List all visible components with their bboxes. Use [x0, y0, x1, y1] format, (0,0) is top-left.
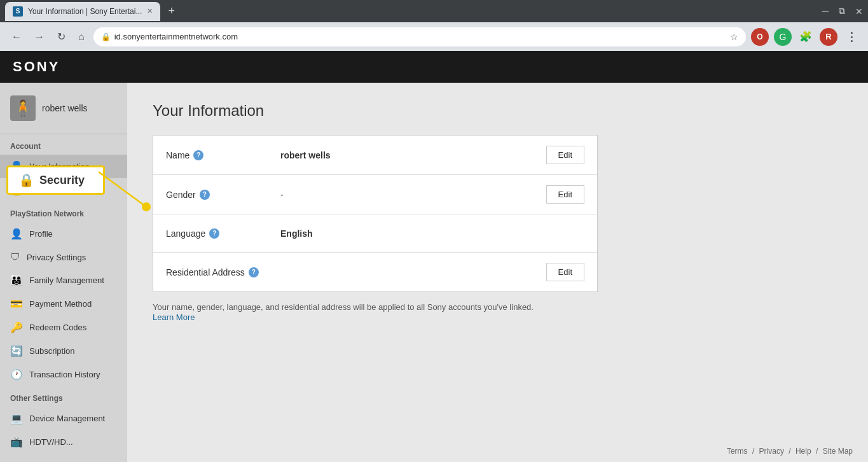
- profile-icon: 👤: [10, 228, 23, 240]
- transaction-label: Transaction History: [29, 370, 100, 379]
- user-section: 🧍 robert wells: [0, 83, 127, 134]
- info-table: Name ? robert wells Edit Gender ? - Edit: [153, 135, 598, 292]
- sidebar-item-hdtv[interactable]: 📺 HDTV/HD...: [0, 430, 127, 454]
- app-layout: 🔒 Security 🧍 robert wells Account 👤: [0, 83, 868, 462]
- window-controls: ─ ⧉ ✕: [822, 6, 863, 17]
- name-value: robert wells: [280, 150, 546, 160]
- main-content: Your Information Name ? robert wells Edi…: [127, 83, 868, 462]
- browser-tab[interactable]: S Your Information | Sony Entertai... ✕: [5, 2, 160, 21]
- gender-value: -: [280, 190, 546, 200]
- footer-sitemap[interactable]: Site Map: [823, 447, 853, 456]
- footer-links: Terms / Privacy / Help / Site Map: [724, 447, 855, 456]
- address-label: Residential Address ?: [166, 267, 280, 277]
- browser-chrome: S Your Information | Sony Entertai... ✕ …: [0, 0, 868, 51]
- name-label: Name ?: [166, 150, 280, 160]
- user-avatar-sidebar: 🧍: [10, 95, 36, 121]
- restore-button[interactable]: ⧉: [839, 6, 845, 17]
- tab-favicon: S: [13, 6, 23, 17]
- tab-close-button[interactable]: ✕: [147, 7, 153, 15]
- sidebar-item-subscription[interactable]: 🔄 Subscription: [0, 339, 127, 363]
- gender-label: Gender ?: [166, 190, 280, 200]
- sidebar-item-privacy-settings[interactable]: 🛡 Privacy Settings: [0, 246, 127, 269]
- hdtv-icon: 📺: [10, 436, 23, 448]
- footer-privacy[interactable]: Privacy: [759, 447, 784, 456]
- name-help-icon[interactable]: ?: [193, 150, 203, 160]
- footer-help[interactable]: Help: [796, 447, 811, 456]
- family-label: Family Management: [29, 276, 104, 285]
- tab-title: Your Information | Sony Entertai...: [28, 7, 142, 16]
- security-badge-label: Security: [39, 174, 85, 187]
- subscription-label: Subscription: [29, 346, 75, 356]
- hdtv-label: HDTV/HD...: [29, 437, 73, 447]
- sidebar-item-device-management[interactable]: 💻 Device Management: [0, 407, 127, 430]
- page-wrapper: SONY 🔒 Security 🧍 robert wells: [0, 51, 868, 462]
- security-callout: 🔒 Security: [6, 165, 105, 195]
- name-row: Name ? robert wells Edit: [153, 136, 597, 175]
- bookmark-icon[interactable]: ☆: [730, 32, 738, 42]
- profile-label: Profile: [29, 229, 53, 239]
- security-badge: 🔒 Security: [6, 165, 105, 195]
- language-label: Language ?: [166, 228, 280, 239]
- close-button[interactable]: ✕: [855, 6, 863, 17]
- language-value: English: [280, 228, 584, 239]
- home-button[interactable]: ⌂: [74, 29, 88, 45]
- address-edit-button[interactable]: Edit: [546, 263, 584, 281]
- sidebar: 🧍 robert wells Account 👤 Your Informatio…: [0, 83, 127, 462]
- privacy-label: Privacy Settings: [27, 253, 86, 262]
- address-bar-row: ← → ↻ ⌂ 🔒 id.sonyentertainmentnetwork.co…: [0, 22, 868, 51]
- payment-label: Payment Method: [29, 299, 92, 309]
- sidebar-item-family-management[interactable]: 👨‍👩‍👧 Family Management: [0, 269, 127, 292]
- transaction-icon: 🕐: [10, 368, 23, 381]
- language-row: Language ? English: [153, 214, 597, 253]
- gender-edit-button[interactable]: Edit: [546, 185, 584, 204]
- account-section-label: Account: [0, 134, 127, 155]
- info-note: Your name, gender, language, and residen…: [153, 302, 598, 312]
- sidebar-item-redeem-codes[interactable]: 🔑 Redeem Codes: [0, 316, 127, 339]
- new-tab-button[interactable]: +: [163, 3, 180, 19]
- sony-logo: SONY: [13, 59, 60, 75]
- address-help-icon[interactable]: ?: [249, 267, 259, 277]
- back-button[interactable]: ←: [8, 29, 25, 45]
- subscription-icon: 🔄: [10, 345, 23, 357]
- payment-icon: 💳: [10, 298, 23, 310]
- sidebar-item-transaction-history[interactable]: 🕐 Transaction History: [0, 363, 127, 386]
- privacy-icon: 🛡: [10, 251, 20, 263]
- sidebar-item-profile[interactable]: 👤 Profile: [0, 222, 127, 246]
- user-name: robert wells: [42, 103, 88, 113]
- toolbar-icons: O G 🧩 R ⋮: [751, 28, 860, 46]
- title-bar: S Your Information | Sony Entertai... ✕ …: [0, 0, 868, 22]
- forward-button[interactable]: →: [31, 29, 48, 45]
- puzzle-icon[interactable]: 🧩: [797, 28, 815, 46]
- language-help-icon[interactable]: ?: [209, 228, 219, 239]
- menu-icon[interactable]: ⋮: [843, 28, 860, 46]
- sidebar-item-payment-method[interactable]: 💳 Payment Method: [0, 292, 127, 316]
- opera-icon[interactable]: O: [751, 28, 769, 46]
- redeem-label: Redeem Codes: [29, 323, 86, 332]
- lock-icon: 🔒: [18, 172, 34, 188]
- callout-arrow: [99, 172, 162, 223]
- svg-line-0: [99, 172, 146, 207]
- gender-help-icon[interactable]: ?: [200, 190, 210, 200]
- gender-row: Gender ? - Edit: [153, 175, 597, 214]
- svg-point-1: [142, 202, 151, 211]
- url-text: id.sonyentertainmentnetwork.com: [114, 32, 238, 41]
- redeem-icon: 🔑: [10, 321, 23, 333]
- refresh-button[interactable]: ↻: [53, 28, 69, 45]
- device-icon: 💻: [10, 412, 23, 424]
- extension-icon[interactable]: G: [774, 28, 792, 46]
- family-icon: 👨‍👩‍👧: [10, 274, 23, 286]
- address-bar[interactable]: 🔒 id.sonyentertainmentnetwork.com ☆: [93, 27, 746, 46]
- address-icons: ☆: [730, 32, 738, 42]
- minimize-button[interactable]: ─: [822, 6, 829, 17]
- device-label: Device Management: [29, 414, 105, 423]
- other-section-label: Other Settings: [0, 386, 127, 407]
- sony-header: SONY: [0, 51, 868, 83]
- address-row: Residential Address ? Edit: [153, 253, 597, 291]
- user-avatar-chrome[interactable]: R: [820, 28, 837, 46]
- name-edit-button[interactable]: Edit: [546, 146, 584, 164]
- learn-more-link[interactable]: Learn More: [153, 312, 195, 322]
- footer-terms[interactable]: Terms: [727, 447, 748, 456]
- page-title: Your Information: [153, 102, 843, 120]
